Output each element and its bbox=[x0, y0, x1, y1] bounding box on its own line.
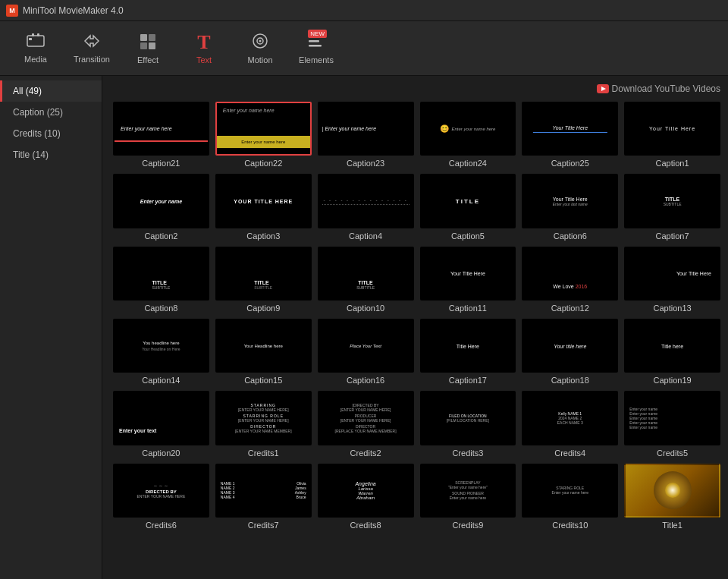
grid-item-caption10[interactable]: TITLE SUBTITLE Caption10 bbox=[318, 247, 414, 313]
content-area: Download YouTube Videos Enter your name … bbox=[102, 76, 728, 579]
credits10-label: Credits10 bbox=[552, 521, 588, 530]
grid-item-credits8[interactable]: Angelina Larissa Warren Abraham Credits8 bbox=[318, 464, 414, 530]
thumb-caption5: TITLE bbox=[420, 174, 516, 228]
grid-item-caption22[interactable]: Enter your name here Enter your name her… bbox=[215, 102, 312, 168]
credits2-label: Credits2 bbox=[350, 448, 381, 458]
grid-item-caption20[interactable]: Enter your text Caption20 bbox=[113, 391, 209, 457]
thumb-caption21: Enter your name here bbox=[113, 102, 209, 156]
grid-item-caption1[interactable]: Your Title Here Caption1 bbox=[624, 102, 720, 168]
caption25-label: Caption25 bbox=[551, 159, 589, 168]
sidebar-item-credits[interactable]: Credits (10) bbox=[0, 123, 102, 144]
grid-item-credits7[interactable]: NAME 1Olivia NAME 2James NAME 3Ashley NA… bbox=[215, 464, 312, 530]
svg-rect-3 bbox=[29, 38, 32, 40]
app-icon: M bbox=[6, 5, 18, 17]
svg-point-10 bbox=[259, 39, 262, 42]
grid-item-credits10[interactable]: STARING ROLE Enter your name here Credit… bbox=[522, 464, 618, 530]
toolbar-effect[interactable]: Effect bbox=[121, 24, 174, 73]
grid-item-caption12[interactable]: We Love 2016 Caption12 bbox=[522, 247, 618, 313]
caption12-label: Caption12 bbox=[551, 304, 589, 313]
thumb-credits4: Kelly NAME 1 2024 NAME 2 EACH NAME 3 bbox=[522, 391, 618, 445]
grid-item-credits3[interactable]: FILED ON LOCATION [FILM LOCATION HERE] C… bbox=[420, 391, 516, 457]
grid-item-caption3[interactable]: YOUR TITLE HERE Caption3 bbox=[215, 174, 312, 240]
thumb-credits6: ～～～ DIRECTED BY ENTER YOUR NAME HERE bbox=[113, 464, 209, 518]
svg-rect-5 bbox=[149, 34, 155, 41]
toolbar: Media Transition Effect T Text Motion NE… bbox=[0, 21, 728, 76]
caption8-label: Caption8 bbox=[144, 304, 177, 313]
svg-rect-12 bbox=[309, 40, 319, 42]
thumb-credits8: Angelina Larissa Warren Abraham bbox=[318, 464, 414, 518]
toolbar-motion-label: Motion bbox=[247, 55, 272, 65]
text-icon: T bbox=[197, 33, 210, 52]
thumb-credits2: [DIRECTED BY [ENTER YOUR NAME HERE] PROD… bbox=[318, 391, 414, 445]
grid-item-caption8[interactable]: TITLE SUBTITLE Caption8 bbox=[113, 247, 209, 313]
motion-icon bbox=[251, 33, 269, 52]
thumb-credits10: STARING ROLE Enter your name here bbox=[522, 464, 618, 518]
credits5-label: Credits5 bbox=[657, 448, 688, 458]
grid-item-caption2[interactable]: Enter your name Caption2 bbox=[113, 174, 209, 240]
sidebar-item-title[interactable]: Title (14) bbox=[0, 144, 102, 165]
grid-item-caption7[interactable]: TITLE SUBTITLE Caption7 bbox=[624, 174, 720, 240]
grid-item-credits5[interactable]: Enter your name Enter your name Enter yo… bbox=[624, 391, 720, 457]
thumb-title1 bbox=[624, 464, 720, 518]
thumb-caption7: TITLE SUBTITLE bbox=[624, 174, 720, 228]
caption9-label: Caption9 bbox=[246, 304, 280, 313]
thumb-credits9: SCREENPLAY "Enter your name here" SOUND … bbox=[420, 464, 516, 518]
grid-item-title1[interactable]: Title1 bbox=[624, 464, 720, 530]
grid-item-caption18[interactable]: Your title here Caption18 bbox=[522, 319, 618, 385]
effect-icon bbox=[139, 33, 157, 52]
grid-item-caption13[interactable]: Your Title Here Caption13 bbox=[624, 247, 720, 313]
thumb-caption17: Title Here bbox=[420, 319, 516, 373]
grid-item-credits9[interactable]: SCREENPLAY "Enter your name here" SOUND … bbox=[420, 464, 516, 530]
svg-rect-0 bbox=[27, 36, 44, 46]
toolbar-text[interactable]: T Text bbox=[177, 24, 231, 73]
credits3-label: Credits3 bbox=[452, 448, 483, 458]
caption13-label: Caption13 bbox=[654, 304, 692, 313]
svg-rect-2 bbox=[37, 33, 39, 36]
caption10-label: Caption10 bbox=[347, 304, 384, 313]
sidebar-item-all[interactable]: All (49) bbox=[0, 80, 102, 102]
thumb-caption3: YOUR TITLE HERE bbox=[215, 174, 312, 228]
thumb-caption2: Enter your name bbox=[113, 174, 209, 228]
grid-item-caption17[interactable]: Title Here Caption17 bbox=[420, 319, 516, 385]
svg-rect-4 bbox=[140, 34, 147, 41]
sidebar-item-caption[interactable]: Caption (25) bbox=[0, 102, 102, 123]
new-badge: NEW bbox=[308, 30, 327, 38]
grid-item-credits1[interactable]: STARRING [ENTER YOUR NAME HERE] STARRING… bbox=[215, 391, 312, 457]
grid-item-caption16[interactable]: Place Your Text Caption16 bbox=[318, 319, 414, 385]
toolbar-motion[interactable]: Motion bbox=[234, 24, 287, 73]
grid-item-credits2[interactable]: [DIRECTED BY [ENTER YOUR NAME HERE] PROD… bbox=[318, 391, 414, 457]
grid-item-caption23[interactable]: | Enter your name here Caption23 bbox=[318, 102, 414, 168]
grid-item-caption6[interactable]: Your Title Here Enter your last name Cap… bbox=[522, 174, 618, 240]
svg-rect-13 bbox=[309, 45, 322, 47]
grid-item-caption15[interactable]: Your Headline here Caption15 bbox=[215, 319, 312, 385]
grid-item-caption11[interactable]: Your Title Here Caption11 bbox=[420, 247, 516, 313]
grid-item-caption5[interactable]: TITLE Caption5 bbox=[420, 174, 516, 240]
thumb-caption16: Place Your Text bbox=[318, 319, 414, 373]
title-bar: M MiniTool MovieMaker 4.0 bbox=[0, 0, 728, 21]
svg-rect-7 bbox=[149, 42, 155, 49]
thumb-caption6: Your Title Here Enter your last name bbox=[522, 174, 618, 228]
grid-item-credits6[interactable]: ～～～ DIRECTED BY ENTER YOUR NAME HERE Cre… bbox=[113, 464, 209, 530]
caption7-label: Caption7 bbox=[656, 231, 689, 241]
grid-item-caption21[interactable]: Enter your name here Caption21 bbox=[113, 102, 209, 168]
grid-item-caption9[interactable]: TITLE SUBTITLE Caption9 bbox=[215, 247, 312, 313]
download-label: Download YouTube Videos bbox=[612, 83, 720, 94]
thumb-caption12: We Love 2016 bbox=[522, 247, 618, 301]
caption18-label: Caption18 bbox=[551, 376, 589, 385]
toolbar-media-label: Media bbox=[24, 55, 47, 64]
grid-item-credits4[interactable]: Kelly NAME 1 2024 NAME 2 EACH NAME 3 Cre… bbox=[522, 391, 618, 457]
credits9-label: Credits9 bbox=[452, 521, 483, 530]
media-icon bbox=[27, 33, 45, 52]
grid-item-caption4[interactable]: - - - - - - - - - - - - - - - Caption4 bbox=[318, 174, 414, 240]
toolbar-transition[interactable]: Transition bbox=[65, 24, 118, 73]
grid-item-caption14[interactable]: You headline here Your Headline on Here … bbox=[113, 319, 209, 385]
caption16-label: Caption16 bbox=[347, 376, 384, 385]
download-youtube-link[interactable]: Download YouTube Videos bbox=[597, 83, 720, 94]
toolbar-elements[interactable]: NEW Elements bbox=[290, 24, 343, 73]
credits7-label: Credits7 bbox=[248, 521, 279, 530]
grid-item-caption25[interactable]: Your Title Here Caption25 bbox=[522, 102, 618, 168]
grid-item-caption19[interactable]: Title here Caption19 bbox=[624, 319, 720, 385]
credits4-label: Credits4 bbox=[554, 448, 585, 458]
toolbar-media[interactable]: Media bbox=[9, 24, 62, 73]
grid-item-caption24[interactable]: 😊 Enter your name here Caption24 bbox=[420, 102, 516, 168]
